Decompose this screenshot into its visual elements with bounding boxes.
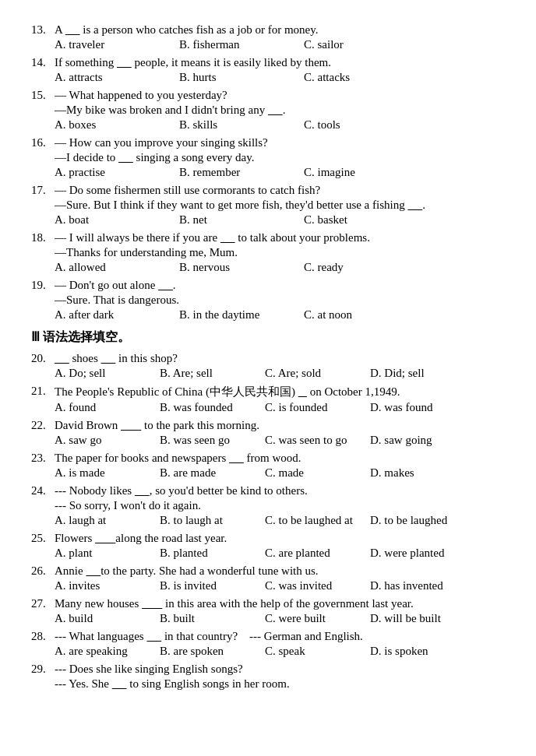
option-20d: D. Did; sell [370,367,471,380]
option-15c: C. tools [304,118,425,132]
option-19b: B. in the daytime [179,308,300,322]
option-28c: C. speak [265,645,366,658]
option-24d: D. to be laughed [370,514,471,527]
option-28a: A. are speaking [55,645,156,658]
question-13: 13. A is a person who catches fish as a … [31,23,505,51]
option-25d: D. were planted [370,547,471,560]
option-18a: A. allowed [55,261,175,274]
option-21c: C. is founded [265,401,366,414]
question-29: 29. --- Does she like singing English so… [31,663,505,691]
option-15a: A. boxes [55,118,175,132]
option-27d: D. will be built [370,612,471,625]
question-21: 21. The People's Republic of China (中华人民… [31,385,505,414]
option-19c: C. at noon [304,308,425,322]
option-23c: C. made [265,466,366,480]
option-14b: B. hurts [179,71,300,84]
option-16a: A. practise [55,166,175,179]
option-26b: B. is invited [160,579,261,592]
question-25: 25. Flowers along the road last year. A.… [31,532,505,560]
option-18b: B. nervous [179,261,300,274]
option-26c: C. was invited [265,579,366,592]
option-25c: C. are planted [265,547,366,560]
option-23a: A. is made [55,466,156,480]
question-24: 24. --- Nobody likes , so you'd better b… [31,484,505,527]
option-27b: B. built [160,612,261,625]
option-25a: A. plant [55,547,156,560]
option-23b: B. are made [160,466,261,480]
question-28: 28. --- What languages in that country? … [31,630,505,658]
option-18c: C. ready [304,261,425,274]
option-17b: B. net [179,213,300,227]
question-19: 19. — Don't go out alone . —Sure. That i… [31,279,505,322]
question-15: 15. — What happened to you yesterday? —M… [31,89,505,132]
option-21b: B. was founded [160,401,261,414]
option-28d: D. is spoken [370,645,471,658]
question-23: 23. The paper for books and newspapers f… [31,452,505,480]
option-20a: A. Do; sell [55,367,156,380]
option-24b: B. to laugh at [160,514,261,527]
question-20: 20. shoes in this shop? A. Do; sell B. A… [31,352,505,380]
option-16c: C. imagine [304,166,425,179]
option-22c: C. was seen to go [265,434,366,447]
section3-header: Ⅲ 语法选择填空。 [31,329,505,346]
option-14a: A. attracts [55,71,175,84]
option-28b: B. are spoken [160,645,261,658]
question-27: 27. Many new houses in this area with th… [31,597,505,625]
question-16: 16. — How can you improve your singing s… [31,136,505,179]
option-24a: A. laugh at [55,514,156,527]
option-22b: B. was seen go [160,434,261,447]
option-20c: C. Are; sold [265,367,366,380]
option-14c: C. attacks [304,71,425,84]
question-22: 22. David Brown to the park this morning… [31,419,505,447]
question-26: 26. Annie to the party. She had a wonder… [31,564,505,592]
option-16b: B. remember [179,166,300,179]
option-21a: A. found [55,401,156,414]
option-22a: A. saw go [55,434,156,447]
option-23d: D. makes [370,466,471,480]
option-19a: A. after dark [55,308,175,322]
option-21d: D. was found [370,401,471,414]
option-17a: A. boat [55,213,175,227]
option-20b: B. Are; sell [160,367,261,380]
option-13b: B. fisherman [179,38,300,51]
option-24c: C. to be laughed at [265,514,366,527]
option-27a: A. build [55,612,156,625]
question-18: 18. — I will always be there if you are … [31,231,505,274]
option-27c: C. were built [265,612,366,625]
question-14: 14. If something people, it means it is … [31,56,505,84]
option-17c: C. basket [304,213,425,227]
option-22d: D. saw going [370,434,471,447]
question-17: 17. — Do some fishermen still use cormor… [31,184,505,227]
option-15b: B. skills [179,118,300,132]
option-13c: C. sailor [304,38,425,51]
option-13a: A. traveler [55,38,175,51]
option-26d: D. has invented [370,579,471,592]
option-25b: B. planted [160,547,261,560]
option-26a: A. invites [55,579,156,592]
